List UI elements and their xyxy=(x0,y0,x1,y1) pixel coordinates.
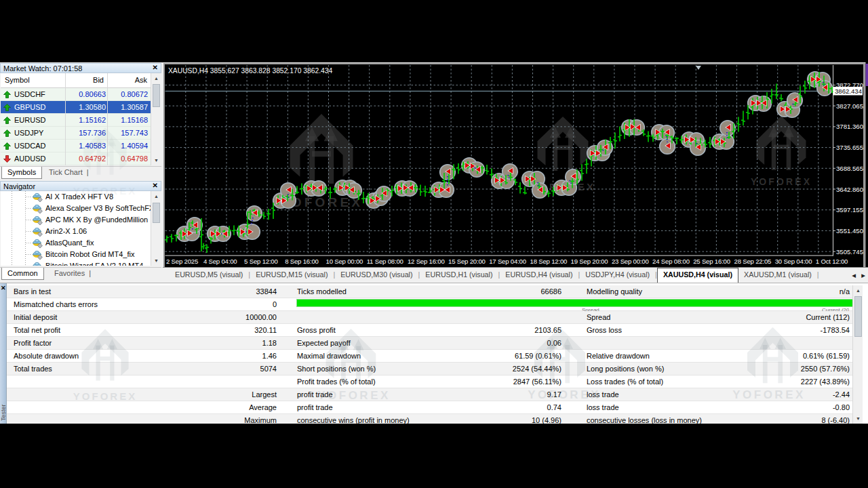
svg-text:17 Sep 04:00: 17 Sep 04:00 xyxy=(489,258,526,265)
svg-text:2 Sep 2025: 2 Sep 2025 xyxy=(166,258,198,265)
svg-text:30 Sep 04:00: 30 Sep 04:00 xyxy=(775,258,812,265)
svg-text:19 Sep 20:00: 19 Sep 20:00 xyxy=(571,258,608,265)
svg-text:3597.155: 3597.155 xyxy=(836,206,863,214)
svg-text:25 Sep 16:00: 25 Sep 16:00 xyxy=(693,258,730,265)
svg-text:23 Sep 00:00: 23 Sep 00:00 xyxy=(612,258,649,265)
svg-text:3551.450: 3551.450 xyxy=(836,227,863,235)
svg-text:3862.434: 3862.434 xyxy=(835,87,863,95)
svg-text:11 Sep 08:00: 11 Sep 08:00 xyxy=(367,258,403,265)
svg-text:5 Sep 12:00: 5 Sep 12:00 xyxy=(244,258,278,265)
svg-text:8 Sep 16:00: 8 Sep 16:00 xyxy=(285,258,319,265)
svg-text:YOFOREX: YOFOREX xyxy=(751,176,812,187)
svg-text:XAUUSD,H4 3855.627 3863.828 3: XAUUSD,H4 3855.627 3863.828 3852.170 386… xyxy=(168,67,332,75)
svg-text:10 Sep 00:00: 10 Sep 00:00 xyxy=(326,258,363,265)
svg-text:3735.655: 3735.655 xyxy=(836,144,863,151)
svg-text:3505.745: 3505.745 xyxy=(836,248,863,256)
svg-text:3827.065: 3827.065 xyxy=(836,102,863,110)
svg-text:1 Oct 12:00: 1 Oct 12:00 xyxy=(816,258,848,265)
svg-text:18 Sep 12:00: 18 Sep 12:00 xyxy=(530,258,568,265)
svg-text:28 Sep 22:05: 28 Sep 22:05 xyxy=(734,258,772,265)
svg-text:3688.565: 3688.565 xyxy=(836,165,863,172)
svg-text:3781.360: 3781.360 xyxy=(836,123,863,130)
svg-text:15 Sep 20:00: 15 Sep 20:00 xyxy=(448,258,486,265)
svg-text:4 Sep 04:00: 4 Sep 04:00 xyxy=(203,258,237,265)
svg-text:24 Sep 08:00: 24 Sep 08:00 xyxy=(652,258,690,265)
svg-text:12 Sep 16:00: 12 Sep 16:00 xyxy=(408,258,445,265)
svg-text:3642.860: 3642.860 xyxy=(836,186,863,193)
